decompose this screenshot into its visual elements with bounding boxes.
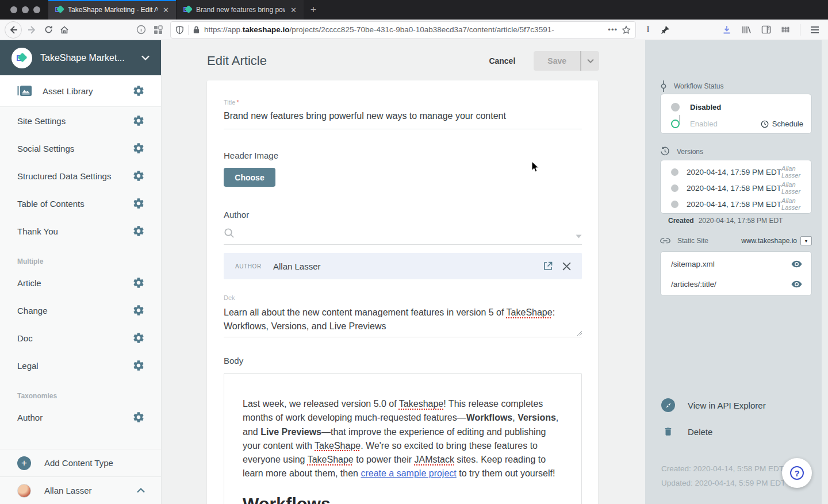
body-field-label: Body <box>224 356 582 366</box>
enabled-state-icon <box>671 120 680 128</box>
choose-image-button[interactable]: Choose <box>224 168 275 187</box>
tracking-shield-icon[interactable] <box>175 25 184 34</box>
title-input[interactable]: Brand new features bring powerful new wa… <box>224 111 582 129</box>
new-tab-button[interactable]: + <box>304 0 323 20</box>
body-editor[interactable]: Last week, we released version 5.0 of Ta… <box>224 373 582 504</box>
gear-icon[interactable] <box>132 411 145 424</box>
preview-eye-icon[interactable] <box>791 280 802 288</box>
page-info-icon[interactable] <box>132 22 150 38</box>
site-path-row[interactable]: /articles/:title/ <box>661 274 811 294</box>
library-icon[interactable] <box>738 22 755 38</box>
add-content-type-button[interactable]: + Add Content Type <box>0 449 161 476</box>
workspace-name: TakeShape Market... <box>40 53 133 63</box>
site-path-row[interactable]: /sitemap.xml <box>661 254 811 274</box>
author-field-label: Author <box>224 210 582 220</box>
sidebar-item-legal[interactable]: Legal <box>0 352 161 379</box>
version-row[interactable]: 2020-04-14, 17:58 PM EDT Allan Lasser <box>661 196 811 212</box>
disabled-label: Disabled <box>690 103 721 111</box>
user-menu[interactable]: Allan Lasser <box>0 476 161 504</box>
body-paragraph[interactable]: Last week, we released version 5.0 of Ta… <box>243 397 562 481</box>
dropdown-caret-icon[interactable] <box>576 234 582 238</box>
close-tab-icon[interactable]: ✕ <box>162 6 170 14</box>
gear-icon[interactable] <box>132 332 145 344</box>
schedule-button[interactable]: Schedule <box>761 120 803 128</box>
preview-eye-icon[interactable] <box>791 260 802 268</box>
dek-textarea[interactable]: Learn all about the new content manageme… <box>224 306 582 337</box>
scrollbar-track[interactable] <box>822 40 828 504</box>
menu-hamburger-icon[interactable] <box>806 22 823 38</box>
gear-icon[interactable] <box>132 197 145 210</box>
close-tab-icon[interactable]: ✕ <box>289 6 298 14</box>
window-controls <box>0 0 48 20</box>
sidebar-item-table-of-contents[interactable]: Table of Contents <box>0 190 161 217</box>
workspace-switcher[interactable]: TakeShape Market... <box>0 40 161 75</box>
gear-icon[interactable] <box>132 142 145 155</box>
site-select-dropdown[interactable]: ▼ <box>800 236 812 245</box>
author-search-row[interactable] <box>224 228 582 245</box>
address-bar[interactable]: https://app.takeshape.io/projects/2cccc8… <box>170 21 636 39</box>
save-options-caret[interactable] <box>580 51 599 71</box>
gear-icon[interactable] <box>132 276 145 289</box>
sidebar-item-structured-data-settings[interactable]: Structured Data Settings <box>0 162 161 190</box>
gear-icon[interactable] <box>132 84 145 97</box>
cancel-button[interactable]: Cancel <box>489 56 515 66</box>
downloads-icon[interactable] <box>718 22 735 38</box>
delete-button[interactable]: Delete <box>661 426 712 437</box>
gear-icon[interactable] <box>132 114 145 127</box>
tab-takeshape-editor[interactable]: TakeShape Marketing - Edit Arti ✕ <box>48 0 176 20</box>
version-row[interactable]: 2020-04-14, 17:58 PM EDT Allan Lasser <box>661 180 811 196</box>
save-button[interactable]: Save <box>534 51 580 71</box>
sidebar-item-label: Site Settings <box>17 116 132 126</box>
sidebar-item-article[interactable]: Article <box>0 269 161 297</box>
workflow-option-enabled[interactable]: Enabled Schedule <box>661 116 811 132</box>
api-explorer-button[interactable]: View in API Explorer <box>661 398 766 412</box>
sidebar-item-label: Author <box>17 413 132 422</box>
sidebar-item-social-settings[interactable]: Social Settings <box>0 134 161 162</box>
zoom-window-button[interactable] <box>33 6 40 13</box>
version-author: Allan Lasser <box>781 197 804 211</box>
version-date: 2020-04-14, 17:58 PM EDT <box>687 200 781 209</box>
page-title: Edit Article <box>207 53 489 68</box>
sidebar-item-author[interactable]: Author <box>0 403 161 431</box>
help-button[interactable]: ? <box>782 458 812 488</box>
gear-icon[interactable] <box>132 225 145 237</box>
reload-button[interactable] <box>40 22 56 38</box>
gear-icon[interactable] <box>132 359 145 372</box>
sidebar-item-site-settings[interactable]: Site Settings <box>0 107 161 134</box>
lock-icon[interactable] <box>193 25 200 34</box>
remove-author-icon[interactable] <box>559 260 574 272</box>
close-window-button[interactable] <box>10 6 17 13</box>
sidebar-toggle-icon[interactable] <box>757 22 775 38</box>
containers-grid-icon[interactable] <box>777 22 794 38</box>
extensions-icon[interactable] <box>150 22 167 38</box>
workflow-status-title: Workflow Status <box>674 82 723 90</box>
tab-article-preview[interactable]: Brand new features bring powe ✕ <box>176 0 304 20</box>
minimize-window-button[interactable] <box>22 6 29 13</box>
version-row[interactable]: 2020-04-14, 17:59 PM EDT Allan Lasser <box>661 164 811 180</box>
sidebar-item-thank-you[interactable]: Thank You <box>0 217 161 245</box>
workflow-option-disabled[interactable]: Disabled <box>661 99 811 116</box>
save-button-group: Save <box>534 51 599 71</box>
takeshape-favicon <box>183 6 192 14</box>
gear-icon[interactable] <box>132 304 145 317</box>
browser-toolbar: https://app.takeshape.io/projects/2cccc8… <box>0 20 828 40</box>
gear-icon[interactable] <box>132 170 145 182</box>
chevron-down-icon <box>141 55 150 60</box>
bookmark-star-icon[interactable] <box>622 25 631 34</box>
static-site-title: Static Site <box>677 237 708 245</box>
question-mark-icon: ? <box>790 466 804 480</box>
forward-button[interactable] <box>24 22 40 38</box>
open-external-icon[interactable] <box>540 260 555 272</box>
author-chip[interactable]: AUTHOR Allan Lasser <box>224 253 582 279</box>
page-actions-icon[interactable]: ••• <box>608 25 618 34</box>
sidebar-item-change[interactable]: Change <box>0 297 161 324</box>
back-button[interactable] <box>5 21 22 39</box>
takeshape-favicon <box>55 6 64 14</box>
pin-extension-icon[interactable] <box>657 22 674 38</box>
home-button[interactable] <box>56 22 72 38</box>
author-search-input[interactable] <box>240 229 576 238</box>
version-author: Allan Lasser <box>781 165 804 179</box>
sidebar-item-asset-library[interactable]: Asset Library <box>0 75 161 107</box>
reader-extension-icon[interactable]: I <box>639 22 657 38</box>
sidebar-item-doc[interactable]: Doc <box>0 324 161 352</box>
